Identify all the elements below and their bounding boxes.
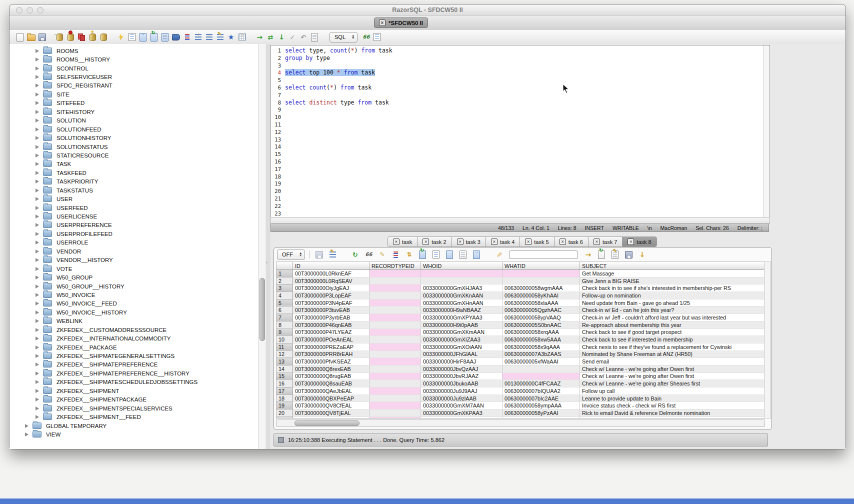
sidebar-item-userprofilefeed[interactable]: USERPROFILEFEED [10,230,266,238]
table-row[interactable]: 600T3000000P3tuvEAB0033000000H9aNBAAZ006… [276,306,765,314]
sidebar-item-staticresource[interactable]: STATICRESOURCE [10,151,266,160]
sidebar-item-userpreference[interactable]: USERPREFERENCE [10,221,266,230]
data-cell[interactable]: 006300000058xw5AAA [502,336,580,344]
data-cell[interactable]: 0033000000JFhGlAAL [421,350,502,358]
disclosure-triangle-icon[interactable] [36,128,39,132]
close-tab-icon[interactable] [560,238,566,245]
form-view-icon[interactable] [444,250,454,260]
disclosure-triangle-icon[interactable] [25,432,28,436]
export-results-icon[interactable] [596,250,606,260]
sidebar-item-site[interactable]: SITE [10,90,266,98]
disconnect-icon[interactable] [66,32,76,42]
edit-results-icon[interactable] [377,250,387,260]
compare-docs-icon[interactable] [149,32,159,42]
minimize-window-button[interactable] [26,7,33,14]
data-cell[interactable]: Check w/ Leanne - we're going after Owen… [580,372,766,380]
sql-mode-select[interactable]: SQL [330,32,358,42]
sidebar-item-w50-group-history[interactable]: W50_GROUP__HISTORY [10,282,266,290]
data-cell[interactable]: 0033000000GmXOiAAN [421,343,502,350]
data-cell[interactable]: Rick to email David & reference Delmonte… [580,410,766,417]
data-cell[interactable]: 00T3000000QV8TjEAL [293,410,370,417]
data-cell[interactable] [370,328,421,336]
data-cell[interactable]: 0033000000GmXHJAA3 [421,284,502,292]
sidebar-item-zkfedex-shipmentpackage[interactable]: ZKFEDEX__SHIPMENTPACKAGE [10,396,266,404]
disclosure-triangle-icon[interactable] [36,197,39,201]
data-cell[interactable] [370,410,421,417]
sidebar-item-view[interactable]: VIEW [10,430,266,438]
refresh-results-icon[interactable] [350,250,360,260]
new-connection-icon[interactable] [88,32,98,42]
table-row[interactable]: 1100T3000000PREZaEAP0033000000GmXOiAAN00… [276,343,765,350]
data-cell[interactable]: Give Jenn a BIG RAISE [580,277,766,284]
data-cell[interactable]: Check nexis to see if they've found a re… [580,343,766,350]
data-cell[interactable]: 00T3000000P3LopEAF [293,292,370,300]
download-icon[interactable] [637,250,647,260]
row-number-cell[interactable]: 7 [276,314,293,322]
sidebar-item-w50-group[interactable]: W50_GROUP [10,273,266,282]
data-cell[interactable]: 00630000007A3bZAAS [502,350,580,358]
row-number-cell[interactable]: 16 [276,380,293,388]
data-cell[interactable]: 0033000000GmXKnAAN [421,292,502,300]
disclosure-triangle-icon[interactable] [36,110,39,114]
code-area[interactable]: select type, count(*) from taskgroup by … [282,46,763,217]
data-cell[interactable]: 006300000058ypVAAQ [502,314,580,322]
data-cell[interactable] [370,350,421,358]
column-header-ID[interactable]: ID [293,262,370,270]
transpose-results-icon[interactable] [472,250,482,260]
table-row[interactable]: 1000T3000000POeAnEAL0033000000GmXIZAA300… [276,336,765,344]
disclosure-triangle-icon[interactable] [36,206,39,210]
data-cell[interactable]: 00630000007bIQUAA2 [502,388,580,395]
disclosure-triangle-icon[interactable] [36,240,39,244]
column-info-icon[interactable] [431,250,441,260]
data-cell[interactable] [370,380,421,388]
document-tab[interactable]: *SFDCW50 II [374,18,428,28]
close-tab-icon[interactable] [393,238,400,245]
import-doc-icon[interactable] [160,32,170,42]
data-cell[interactable]: Check back to see if interested in membe… [580,336,766,344]
close-tab-icon[interactable] [422,238,429,245]
disclosure-triangle-icon[interactable] [36,49,39,53]
data-cell[interactable]: 00T3000000P46qnEAB [293,321,370,328]
export-doc-icon[interactable] [138,32,148,42]
disclosure-triangle-icon[interactable] [25,424,28,428]
row-number-cell[interactable]: 14 [276,365,293,372]
data-cell[interactable]: 00T3000000Q8sauEAB [293,380,370,388]
result-tab-task-4[interactable]: task 4 [486,236,520,247]
sidebar-item-taskpriority[interactable]: TASKPRIORITY [10,178,266,186]
data-cell[interactable]: 0033000000GmXKmAAN [421,328,502,336]
row-number-cell[interactable]: 11 [276,343,293,350]
result-tab-task-7[interactable]: task 7 [588,236,622,247]
data-cell[interactable]: 00T3000000OiyJgEAJ [293,284,370,292]
data-cell[interactable]: 00T3000000Q8rugEAB [293,372,370,380]
data-cell[interactable]: Send email [580,358,766,366]
data-cell[interactable]: 0033000000HirF8AAJ [421,358,502,366]
sidebar-item-rooms[interactable]: ROOMS [10,46,266,55]
data-cell[interactable]: 006300000058yPzAAI [502,410,580,417]
data-cell[interactable]: 006300000058ympAAA [502,402,580,410]
sidebar-item-solutionstatus[interactable]: SOLUTIONSTATUS [10,142,266,151]
sidebar-item-zkfedex-shipmatepreference-history[interactable]: ZKFEDEX__SHIPMATEPREFERENCE__HISTORY [10,369,266,378]
table-row[interactable]: 1500T3000000Q8rugEAB0033000000JbvRJAAZCh… [276,372,765,380]
table-row[interactable]: 1200T3000000PRR8rEAH0033000000JFhGlAAL00… [276,350,765,358]
disclosure-triangle-icon[interactable] [36,92,39,96]
data-cell[interactable]: Nominated by Shane Freeman at ANZ (HR50) [580,350,766,358]
disclosure-triangle-icon[interactable] [36,267,39,271]
row-number-cell[interactable]: 5 [276,299,293,306]
copy-connection-icon[interactable] [76,32,86,42]
disclosure-triangle-icon[interactable] [36,328,39,332]
sidebar-item-sitehistory[interactable]: SITEHISTORY [10,108,266,116]
disclosure-triangle-icon[interactable] [36,250,39,254]
row-number-cell[interactable]: 12 [276,350,293,358]
data-cell[interactable] [421,270,502,278]
database-icon[interactable] [98,32,108,42]
data-cell[interactable]: Check-in w/ Ed - can he join this year? [580,306,766,314]
close-tab-icon[interactable] [628,238,634,245]
sidebar-item-zkfedex-shipmentspecialservices[interactable]: ZKFEDEX__SHIPMENTSPECIALSERVICES [10,404,266,412]
disclosure-triangle-icon[interactable] [36,310,39,314]
disclosure-triangle-icon[interactable] [36,372,39,376]
data-cell[interactable]: 0033000000H9aNBAAZ [421,306,502,314]
data-cell[interactable] [370,394,421,402]
disclosure-triangle-icon[interactable] [36,171,39,175]
data-cell[interactable] [502,372,580,380]
sidebar-item-solution[interactable]: SOLUTION [10,116,266,125]
